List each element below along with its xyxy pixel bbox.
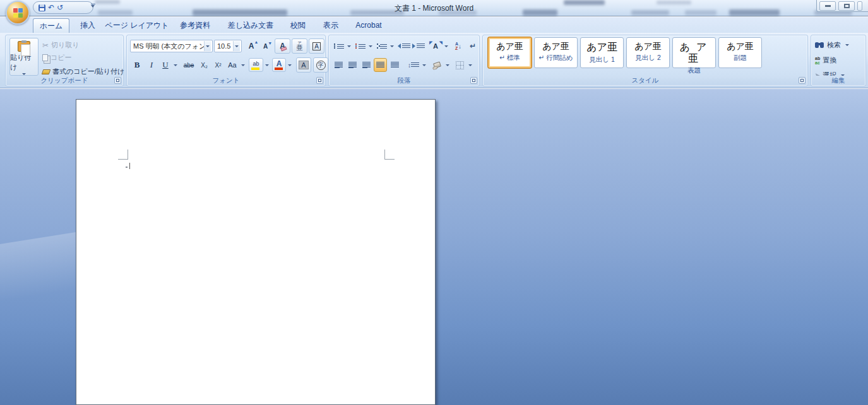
maximize-button[interactable] bbox=[838, 1, 855, 11]
multilevel-list-button[interactable] bbox=[375, 39, 389, 53]
font-size-combo[interactable]: 10.5 bbox=[214, 40, 242, 52]
line-spacing-lines-icon bbox=[411, 62, 419, 68]
shading-button[interactable] bbox=[430, 58, 444, 72]
sort-button[interactable]: A Z ↓ bbox=[451, 39, 465, 53]
multilevel-list-icon bbox=[377, 43, 387, 49]
group-font: MS 明朝 (本文のフォン 10.5 A▲ A▼ A ア 亜 A B bbox=[126, 35, 326, 86]
group-styles-label: スタイル bbox=[484, 76, 807, 85]
paragraph-end-mark bbox=[126, 167, 128, 168]
styles-dialog-launcher[interactable] bbox=[799, 77, 806, 84]
office-logo-icon bbox=[13, 8, 23, 18]
line-spacing-button[interactable]: ↕ bbox=[406, 58, 421, 72]
justify-button[interactable] bbox=[374, 58, 387, 72]
clear-formatting-icon: A bbox=[280, 42, 285, 50]
subscript-button[interactable]: X₂ bbox=[198, 58, 211, 72]
borders-dropdown[interactable] bbox=[467, 58, 473, 72]
bullets-button[interactable] bbox=[332, 39, 346, 53]
strikethrough-button[interactable]: abe bbox=[181, 58, 197, 72]
align-right-button[interactable] bbox=[360, 58, 373, 72]
grow-font-button[interactable]: A▲ bbox=[244, 39, 258, 53]
copy-button[interactable]: コピー bbox=[42, 53, 72, 62]
redo-icon[interactable]: ↺ bbox=[57, 3, 63, 13]
group-clipboard: 貼り付け ✂ 切り取り コピー 書式のコピー/貼り付け クリップボード bbox=[5, 35, 124, 86]
clipboard-dialog-launcher[interactable] bbox=[114, 77, 121, 84]
style-normal[interactable]: あア亜 ↵ 標準 bbox=[488, 37, 532, 68]
group-clipboard-label: クリップボード bbox=[6, 76, 122, 85]
minimize-button[interactable] bbox=[819, 1, 836, 11]
style-label: 見出し 2 bbox=[627, 54, 669, 62]
tab-insert[interactable]: 挿入 bbox=[73, 18, 102, 33]
style-heading1[interactable]: あア亜 見出し 1 bbox=[580, 37, 624, 68]
italic-button[interactable]: I bbox=[145, 58, 158, 72]
line-spacing-dropdown[interactable] bbox=[421, 58, 427, 72]
multilevel-list-dropdown[interactable] bbox=[389, 39, 395, 53]
undo-icon[interactable]: ↶ bbox=[48, 3, 54, 13]
text-cursor bbox=[129, 163, 130, 169]
superscript-button[interactable]: X² bbox=[211, 58, 225, 72]
show-marks-button[interactable]: ↵ bbox=[467, 39, 479, 53]
distribute-button[interactable] bbox=[388, 58, 402, 72]
tab-acrobat[interactable]: Acrobat bbox=[348, 18, 389, 33]
paste-button[interactable]: 貼り付け bbox=[9, 38, 39, 76]
document-area bbox=[0, 89, 868, 405]
numbering-button[interactable] bbox=[354, 39, 367, 53]
customize-qat-icon[interactable] bbox=[90, 4, 96, 8]
character-shading-button[interactable]: A bbox=[296, 57, 311, 73]
font-name-dropdown-icon[interactable] bbox=[204, 41, 211, 51]
tab-page-layout[interactable]: ページ レイアウト bbox=[105, 18, 169, 33]
format-painter-button[interactable]: 書式のコピー/貼り付け bbox=[42, 67, 124, 76]
asian-layout-dropdown[interactable] bbox=[443, 39, 449, 53]
paragraph-dialog-launcher[interactable] bbox=[470, 77, 477, 84]
underline-dropdown[interactable] bbox=[172, 58, 179, 72]
clear-formatting-button[interactable]: A bbox=[275, 38, 290, 54]
ruby-button[interactable]: ア 亜 bbox=[292, 38, 307, 54]
highlight-button[interactable]: ab bbox=[249, 58, 263, 72]
tab-review[interactable]: 校閲 bbox=[283, 18, 313, 33]
find-dropdown-icon bbox=[845, 44, 849, 46]
bullets-dropdown[interactable] bbox=[346, 39, 352, 53]
shading-bucket-icon bbox=[433, 61, 441, 68]
font-name-combo[interactable]: MS 明朝 (本文のフォン bbox=[130, 40, 213, 52]
save-icon[interactable] bbox=[39, 4, 45, 11]
close-button[interactable] bbox=[857, 1, 862, 11]
tab-references[interactable]: 参考資料 bbox=[172, 18, 218, 33]
change-case-button[interactable]: Aa bbox=[225, 58, 239, 72]
grow-font-icon: A▲ bbox=[249, 42, 254, 50]
font-color-dropdown[interactable] bbox=[286, 58, 293, 72]
asian-layout-button[interactable]: A◤◥ bbox=[428, 39, 443, 53]
style-title[interactable]: あ ア 亜 表題 bbox=[672, 37, 716, 68]
enclose-characters-button[interactable]: 字 bbox=[313, 57, 328, 73]
office-button[interactable] bbox=[6, 1, 30, 25]
numbering-dropdown[interactable] bbox=[367, 39, 374, 53]
align-left-button[interactable] bbox=[332, 58, 345, 72]
tab-view[interactable]: 表示 bbox=[316, 18, 346, 33]
cut-button[interactable]: ✂ 切り取り bbox=[42, 40, 80, 50]
underline-button[interactable]: U bbox=[159, 58, 172, 72]
bold-button[interactable]: B bbox=[130, 58, 144, 72]
tab-mailings[interactable]: 差し込み文書 bbox=[221, 18, 280, 33]
highlight-dropdown[interactable] bbox=[263, 58, 270, 72]
font-size-dropdown-icon[interactable] bbox=[233, 41, 240, 51]
shrink-font-icon: A▼ bbox=[263, 43, 268, 50]
character-border-button[interactable]: A bbox=[309, 38, 324, 54]
style-label: 行間詰め bbox=[546, 54, 573, 61]
change-case-icon: Aa bbox=[228, 61, 236, 69]
decrease-indent-button[interactable] bbox=[397, 39, 411, 53]
increase-indent-button[interactable] bbox=[412, 39, 425, 53]
shrink-font-button[interactable]: A▼ bbox=[259, 39, 272, 53]
find-button[interactable]: 検索 bbox=[815, 40, 849, 50]
shading-dropdown[interactable] bbox=[444, 58, 451, 72]
replace-label: 置換 bbox=[823, 56, 836, 65]
style-subtitle[interactable]: あア亜 副題 bbox=[718, 37, 762, 68]
style-no-spacing[interactable]: あア亜 ↵ 行間詰め bbox=[534, 37, 578, 68]
change-case-dropdown[interactable] bbox=[239, 58, 246, 72]
font-dialog-launcher[interactable] bbox=[316, 77, 323, 84]
document-page[interactable] bbox=[76, 99, 436, 405]
style-heading2[interactable]: あア亜 見出し 2 bbox=[626, 37, 670, 68]
bold-icon: B bbox=[134, 60, 140, 70]
align-center-button[interactable] bbox=[346, 58, 359, 72]
tab-home[interactable]: ホーム bbox=[33, 18, 69, 33]
replace-button[interactable]: abac 置換 bbox=[815, 56, 836, 65]
font-color-button[interactable]: A bbox=[272, 58, 286, 72]
borders-button[interactable] bbox=[453, 58, 467, 72]
